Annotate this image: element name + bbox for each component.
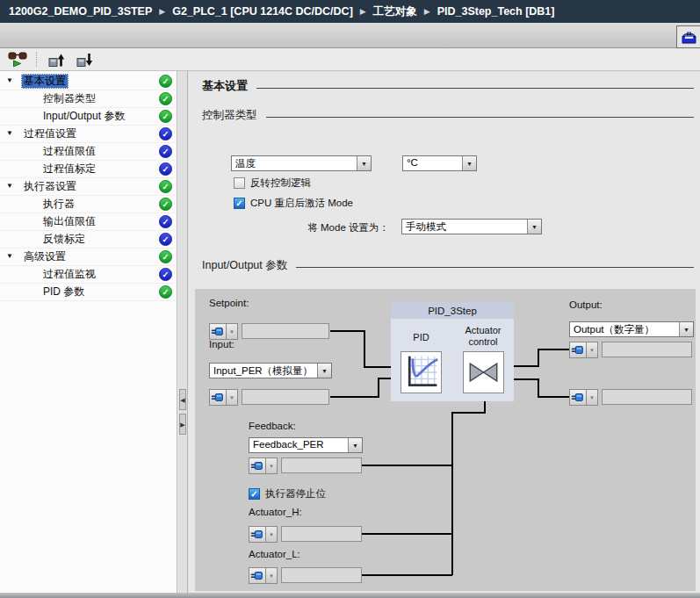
chevron-down-icon[interactable]: ▼ — [6, 77, 13, 84]
chevron-down-icon[interactable]: ▼ — [266, 526, 278, 543]
input-select[interactable]: Input_PER（模拟量） ▼ — [209, 363, 332, 378]
download-parameters-button[interactable] — [73, 49, 97, 70]
io-diagram-panel: Setpoint: ▼ Input: Input_PER（模拟量） ▼ ▼ — [195, 289, 696, 591]
heading-rule — [256, 88, 694, 89]
invert-control-checkbox[interactable] — [234, 177, 245, 189]
breadcrumb-db[interactable]: PID_3Step_Tech [DB1] — [437, 5, 555, 18]
output-down-source-button[interactable]: ▼ — [569, 389, 598, 406]
input-tag-field[interactable] — [242, 389, 329, 405]
input-label: Input: — [209, 339, 235, 349]
actuator-stop-checkbox[interactable] — [249, 488, 260, 500]
set-mode-label: 将 Mode 设置为： — [263, 221, 389, 234]
plug-icon — [249, 526, 266, 543]
sidebar-item-process-value-settings[interactable]: ▼ 过程值设置 ✓ — [0, 126, 177, 143]
actuator-l-source-button[interactable]: ▼ — [249, 567, 278, 584]
breadcrumb-plc[interactable]: G2_PLC_1 [CPU 1214C DC/DC/DC] — [172, 5, 353, 18]
mode-select[interactable]: 手动模式 ▼ — [401, 219, 542, 234]
setpoint-tag-field[interactable] — [242, 323, 329, 339]
title-strip — [0, 23, 700, 48]
chevron-down-icon[interactable]: ▼ — [348, 438, 362, 452]
actuator-h-source-button[interactable]: ▼ — [249, 526, 278, 543]
breadcrumb: 1200G2_DEMO_PID_3STEP ▶ G2_PLC_1 [CPU 12… — [0, 0, 700, 23]
actuator-h-tag-field[interactable] — [281, 526, 362, 542]
toolbar-separator — [36, 52, 38, 67]
input-source-button[interactable]: ▼ — [209, 389, 238, 406]
setpoint-label: Setpoint: — [209, 298, 249, 308]
functional-view-tab[interactable] — [676, 25, 700, 48]
sidebar-item-io-parameters[interactable]: Input/Output 参数 ✓ — [0, 108, 177, 126]
chevron-down-icon[interactable]: ▼ — [266, 458, 278, 474]
chevron-down-icon[interactable]: ▼ — [6, 130, 13, 137]
output-down-tag-field[interactable] — [602, 389, 692, 405]
output-up-tag-field[interactable] — [602, 342, 692, 357]
section-heading-controller-type: 控制器类型 — [202, 108, 694, 123]
feedback-select[interactable]: Feedback_PER ▼ — [249, 437, 363, 453]
pid-configuration-window: 1200G2_DEMO_PID_3STEP ▶ G2_PLC_1 [CPU 12… — [0, 0, 700, 598]
invert-control-row: 反转控制逻辑 — [234, 177, 311, 190]
status-ok-icon: ✓ — [159, 285, 172, 299]
breadcrumb-tech-objects[interactable]: 工艺对象 — [373, 4, 417, 19]
chevron-down-icon[interactable]: ▼ — [587, 389, 598, 406]
status-ok-icon: ✓ — [159, 198, 172, 211]
collapse-left-icon[interactable]: ◀ — [179, 389, 186, 410]
sidebar-item-advanced-settings[interactable]: ▼ 高级设置 ✓ — [0, 249, 177, 266]
chevron-down-icon[interactable]: ▼ — [462, 156, 476, 170]
monitor-all-button[interactable] — [5, 49, 29, 70]
sidebar-item-pid-parameters[interactable]: PID 参数 ✓ — [0, 284, 177, 301]
invert-control-label: 反转控制逻辑 — [250, 177, 311, 190]
settings-tree: ▼ 基本设置 ✓ 控制器类型 ✓ Input/Output 参数 ✓ ▼ 过程值… — [0, 71, 177, 593]
collapse-right-icon[interactable]: ▶ — [179, 414, 186, 435]
sidebar-item-actuator-settings[interactable]: ▼ 执行器设置 ✓ — [0, 178, 177, 196]
toolbar — [0, 48, 700, 71]
pid-sublabel: PID — [401, 332, 442, 343]
status-ok-icon: ✓ — [159, 180, 172, 193]
output-up-source-button[interactable]: ▼ — [569, 342, 598, 358]
feedback-source-button[interactable]: ▼ — [249, 458, 278, 474]
status-ok-icon: ✓ — [159, 92, 172, 105]
output-select[interactable]: Output（数字量） ▼ — [569, 321, 694, 337]
actuator-l-tag-field[interactable] — [281, 567, 362, 583]
pane-splitter[interactable]: ◀ ▶ — [178, 71, 188, 598]
monitoring-icon — [8, 51, 27, 68]
status-info-icon: ✓ — [159, 233, 172, 246]
chevron-down-icon[interactable]: ▼ — [227, 389, 238, 406]
sidebar-item-feedback-scaling[interactable]: 反馈标定 ✓ — [0, 231, 177, 249]
plug-icon — [209, 389, 227, 406]
sidebar-item-process-value-monitoring[interactable]: 过程值监视 ✓ — [0, 266, 177, 284]
valve-icon — [465, 353, 502, 392]
chevron-down-icon[interactable]: ▼ — [6, 253, 13, 260]
chevron-down-icon[interactable]: ▼ — [587, 342, 598, 358]
status-ok-icon: ✓ — [159, 75, 172, 88]
sidebar-item-basic-settings[interactable]: ▼ 基本设置 ✓ — [0, 73, 177, 90]
status-info-icon: ✓ — [159, 215, 172, 228]
pid-3step-block-title: PID_3Step — [391, 302, 514, 319]
status-info-icon: ✓ — [159, 127, 172, 140]
unit-select[interactable]: °C ▼ — [402, 155, 477, 171]
chevron-down-icon[interactable]: ▼ — [227, 323, 238, 340]
heading-rule — [296, 267, 694, 268]
controller-type-select[interactable]: 温度 ▼ — [231, 155, 372, 171]
feedback-tag-field[interactable] — [281, 458, 362, 473]
setpoint-source-button[interactable]: ▼ — [209, 323, 238, 340]
chevron-down-icon[interactable]: ▼ — [357, 156, 371, 170]
upload-to-device-icon — [48, 52, 66, 68]
chevron-down-icon[interactable]: ▼ — [679, 322, 693, 336]
chevron-down-icon[interactable]: ▼ — [527, 220, 541, 234]
chevron-down-icon[interactable]: ▼ — [266, 567, 278, 584]
chevron-down-icon[interactable]: ▼ — [317, 364, 331, 378]
upload-parameters-button[interactable] — [45, 49, 69, 70]
sidebar-item-actuator[interactable]: 执行器 ✓ — [0, 196, 177, 213]
sidebar-item-process-value-limits[interactable]: 过程值限值 ✓ — [0, 143, 177, 161]
cpu-restart-label: CPU 重启后激活 Mode — [250, 197, 353, 210]
sidebar-item-controller-type[interactable]: 控制器类型 ✓ — [0, 90, 177, 108]
cpu-restart-checkbox[interactable] — [234, 198, 245, 209]
sidebar-item-output-limits[interactable]: 输出值限值 ✓ — [0, 213, 177, 231]
cpu-restart-row: CPU 重启后激活 Mode — [234, 197, 353, 210]
plug-icon — [249, 567, 266, 584]
sidebar-item-process-value-scaling[interactable]: 过程值标定 ✓ — [0, 161, 177, 178]
output-label: Output: — [569, 299, 603, 310]
chevron-down-icon[interactable]: ▼ — [6, 183, 13, 190]
actuator-control-box — [463, 351, 504, 393]
breadcrumb-project[interactable]: 1200G2_DEMO_PID_3STEP — [9, 5, 152, 18]
plug-icon — [249, 458, 266, 474]
